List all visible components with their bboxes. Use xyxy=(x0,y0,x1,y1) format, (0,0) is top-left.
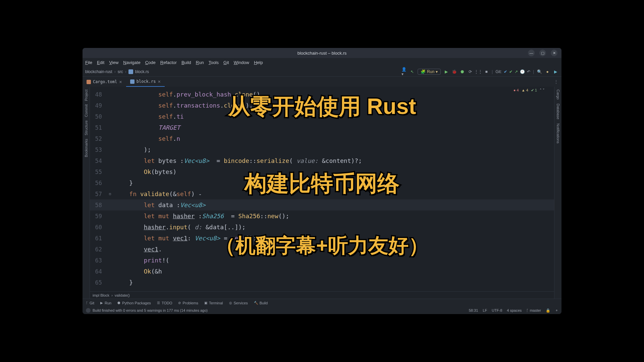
code-line[interactable]: 60 hasher.input( d: &data[..]); xyxy=(90,222,554,233)
ide-settings-icon[interactable]: ● xyxy=(545,69,550,74)
toolbar: blockchain-rust › src › block.rs 👤▾ ↖ 🧩R… xyxy=(83,67,561,77)
debug-icon[interactable]: 🐞 xyxy=(451,69,457,74)
code-line[interactable]: 51 TARGET xyxy=(90,122,554,133)
right-tool-strip: CargoDatabaseNotifications xyxy=(554,87,561,299)
code-line[interactable]: 57⊟ fn validate(&self) - xyxy=(90,188,554,199)
menu-navigate[interactable]: Navigate xyxy=(123,60,140,65)
window-title: blockchain-rust – block.rs xyxy=(83,51,561,56)
code-area[interactable]: 48 self.prev_block_hash.clone(),49 self.… xyxy=(90,87,554,291)
minimize-button[interactable]: — xyxy=(528,50,535,56)
line-number: 60 xyxy=(90,224,105,231)
menu-help[interactable]: Help xyxy=(254,60,263,65)
menu-window[interactable]: Window xyxy=(234,60,249,65)
status-branch[interactable]: ᚴ master xyxy=(526,308,541,312)
menu-file[interactable]: File xyxy=(85,60,92,65)
toolwin-database[interactable]: Database xyxy=(556,104,560,119)
close-tab-icon[interactable]: × xyxy=(158,79,160,84)
status-more-icon[interactable]: ⚬ xyxy=(555,308,558,313)
status-indent[interactable]: 4 spaces xyxy=(507,308,522,312)
breadcrumb-folder[interactable]: src xyxy=(118,69,123,74)
run-icon[interactable]: ▶ xyxy=(443,69,449,74)
code-line[interactable]: 59 let mut hasher :Sha256 = Sha256::new(… xyxy=(90,210,554,222)
editor[interactable]: ● 4 ▲ 4 ✔ 1 ˄ ˅ 48 self.prev_block_hash.… xyxy=(90,87,554,299)
close-tab-icon[interactable]: × xyxy=(119,79,122,84)
tab-more-icon[interactable]: ⋮ xyxy=(551,77,561,87)
menu-code[interactable]: Code xyxy=(145,60,156,65)
code-line[interactable]: 48 self.prev_block_hash.clone(), xyxy=(90,89,554,100)
tool-python-packages[interactable]: ⬢Python Packages xyxy=(117,301,151,305)
tool-services[interactable]: ◎Services xyxy=(229,301,248,305)
status-bar: Build finished with 0 errors and 5 warni… xyxy=(83,307,561,314)
code-line[interactable]: 65 } xyxy=(90,277,554,288)
tool-build[interactable]: 🔨Build xyxy=(254,301,268,305)
toolwin-commit[interactable]: Commit xyxy=(84,104,88,117)
search-icon[interactable]: 🔍 xyxy=(537,69,542,74)
tool-terminal[interactable]: ▣Terminal xyxy=(204,301,223,305)
line-number: 48 xyxy=(90,91,105,98)
code-with-me-icon[interactable]: ▶ xyxy=(553,69,558,74)
tab-Cargo-toml[interactable]: Cargo.toml× xyxy=(83,77,126,87)
tool-problems[interactable]: ⊘Problems xyxy=(178,301,198,305)
code-line[interactable]: 62 vec1. xyxy=(90,244,554,255)
stop-icon[interactable]: ■ xyxy=(484,69,489,74)
close-button[interactable]: ✕ xyxy=(551,50,557,56)
code-line[interactable]: 49 self.transactions.clone(), xyxy=(90,100,554,111)
git-rollback-icon[interactable]: ↶ xyxy=(527,69,530,74)
breadcrumb-project[interactable]: blockchain-rust xyxy=(85,69,112,74)
breadcrumb[interactable]: blockchain-rust › src › block.rs xyxy=(83,69,152,74)
coverage-icon[interactable]: ⬣ xyxy=(460,69,465,74)
line-number: 50 xyxy=(90,113,105,120)
line-number: 65 xyxy=(90,279,105,286)
menu-view[interactable]: View xyxy=(109,60,118,65)
rust-file-icon xyxy=(128,69,133,74)
toolwin-structure[interactable]: Structure xyxy=(84,120,88,135)
tool-git[interactable]: ᚴGit xyxy=(86,301,94,305)
breadcrumb-file[interactable]: block.rs xyxy=(135,69,149,74)
tab-block-rs[interactable]: block.rs× xyxy=(126,77,165,87)
menu-build[interactable]: Build xyxy=(181,60,191,65)
inspections-widget[interactable]: ● 4 ▲ 4 ✔ 1 ˄ ˅ xyxy=(514,88,545,93)
menu-edit[interactable]: Edit xyxy=(97,60,104,65)
code-line[interactable]: 54 let bytes :Vec<u8> = bincode::seriali… xyxy=(90,155,554,166)
git-update-icon[interactable]: ✔ xyxy=(504,69,507,74)
ide-window: blockchain-rust – block.rs — ▢ ✕ FileEdi… xyxy=(83,48,561,314)
profile-icon[interactable]: ⟳ xyxy=(468,69,473,74)
code-line[interactable]: 55 Ok(bytes) xyxy=(90,166,554,177)
code-line[interactable]: 64 Ok(&h xyxy=(90,266,554,277)
fold-icon[interactable]: ⊟ xyxy=(109,192,111,196)
status-position[interactable]: 58:31 xyxy=(469,308,478,312)
code-line[interactable]: 50 self.ti xyxy=(90,111,554,122)
toolwin-notifications[interactable]: Notifications xyxy=(556,123,560,143)
cmd-icon[interactable] xyxy=(86,308,91,313)
menu-refactor[interactable]: Refactor xyxy=(160,60,177,65)
code-line[interactable]: 63 print!( xyxy=(90,255,554,266)
toolwin-project[interactable]: Project xyxy=(84,89,88,101)
code-line[interactable]: 53 ); xyxy=(90,144,554,155)
run-config-selector[interactable]: 🧩Run▾ xyxy=(418,69,441,75)
file-icon xyxy=(130,79,135,84)
menu-git[interactable]: Git xyxy=(223,60,229,65)
toolwin-cargo[interactable]: Cargo xyxy=(556,89,560,100)
status-padlock-icon[interactable]: 🔒 xyxy=(546,308,550,313)
git-history-icon[interactable]: 🕘 xyxy=(520,69,525,74)
back-icon[interactable]: ↖ xyxy=(410,69,415,74)
code-line[interactable]: 56 } xyxy=(90,177,554,188)
menu-run[interactable]: Run xyxy=(196,60,204,65)
status-line-sep[interactable]: LF xyxy=(483,308,487,312)
tool-run[interactable]: ▶Run xyxy=(100,301,111,305)
git-push-icon[interactable]: ↗ xyxy=(515,69,518,74)
code-line[interactable]: 52 self.n xyxy=(90,133,554,144)
editor-tabs: Cargo.toml×block.rs×⋮ xyxy=(83,77,561,87)
git-commit-icon[interactable]: ✔ xyxy=(509,69,513,74)
line-number: 54 xyxy=(90,158,105,164)
toolwin-bookmarks[interactable]: Bookmarks xyxy=(84,139,88,157)
maximize-button[interactable]: ▢ xyxy=(539,50,546,56)
tool-todo[interactable]: ☰TODO xyxy=(157,301,172,305)
code-line[interactable]: 61 let mut vec1: Vec<u8> = vec![]; xyxy=(90,233,554,244)
user-add-icon[interactable]: 👤▾ xyxy=(401,69,407,74)
attach-icon[interactable]: ⋮⋮ xyxy=(476,69,481,74)
status-encoding[interactable]: UTF-8 xyxy=(492,308,502,312)
code-line[interactable]: 58 let data :Vec<u8> xyxy=(90,199,554,210)
scope-breadcrumb[interactable]: impl Block›validate() xyxy=(90,291,554,299)
menu-tools[interactable]: Tools xyxy=(209,60,219,65)
